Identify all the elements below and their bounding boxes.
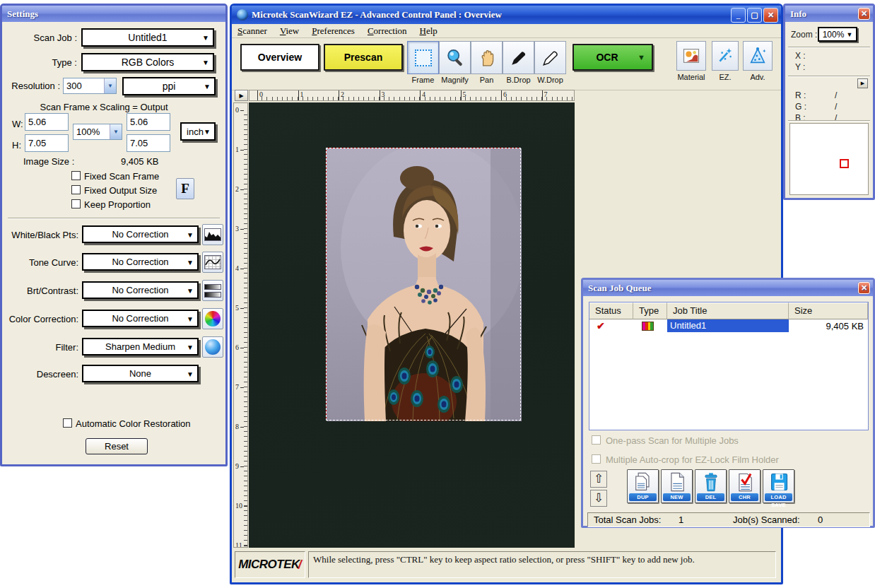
menu-view[interactable]: View — [280, 25, 299, 37]
ruler-number: 6 — [235, 343, 247, 351]
fixed-scan-frame-label: Fixed Scan Frame — [84, 171, 159, 182]
menu-correction[interactable]: Correction — [368, 25, 407, 37]
ruler-number: 2 — [235, 185, 247, 193]
resolution-combo[interactable]: 300 ▼ — [63, 78, 117, 94]
scaling-combo-arrow-icon[interactable]: ▼ — [110, 124, 122, 139]
multi-autocrop-checkbox[interactable] — [592, 454, 601, 464]
output-width-input[interactable] — [127, 113, 170, 131]
descreen-dropdown[interactable]: None▼ — [82, 365, 199, 382]
ocr-button[interactable]: OCR ▼ — [572, 44, 653, 71]
new-job-button[interactable]: NEW — [661, 469, 693, 503]
brt-contrast-button[interactable] — [202, 280, 223, 301]
maximize-button[interactable]: ▢ — [747, 8, 762, 23]
ruler-number: 11 — [235, 541, 247, 548]
color-correction-dropdown[interactable]: No Correction▼ — [82, 310, 199, 327]
resolution-unit-dropdown[interactable]: ppi▼ — [122, 77, 216, 95]
output-height-input[interactable] — [127, 134, 170, 152]
ocr-label: OCR — [596, 52, 618, 63]
image-size-value: 9,405 KB — [121, 156, 159, 167]
settings-separator — [8, 218, 220, 219]
histogram-button[interactable] — [202, 224, 223, 245]
vruler-ticks — [244, 110, 247, 547]
filter-dropdown[interactable]: Sharpen Medium▼ — [82, 338, 199, 355]
material-button[interactable] — [676, 41, 706, 71]
menu-preferences[interactable]: Preferences — [312, 25, 355, 37]
column-size[interactable]: Size — [789, 302, 868, 319]
pan-tool-button[interactable] — [471, 41, 503, 74]
frame-f-button[interactable]: F — [176, 178, 194, 199]
unit-dropdown[interactable]: inch▼ — [180, 122, 216, 141]
white-dropper-tool-button[interactable] — [534, 41, 566, 74]
scan-preview-area[interactable] — [249, 102, 575, 548]
move-job-down-button[interactable]: ⇩ — [590, 490, 607, 507]
ez-button[interactable] — [712, 41, 739, 71]
info-separator-1 — [788, 47, 870, 48]
white-black-pts-dropdown[interactable]: No Correction▼ — [82, 225, 199, 243]
brt-contrast-dropdown[interactable]: No Correction▼ — [82, 281, 199, 299]
menu-scanner[interactable]: Scanner — [237, 25, 267, 37]
fixed-output-size-checkbox[interactable] — [71, 185, 81, 194]
black-dropper-tool-button[interactable] — [503, 41, 534, 74]
menu-help[interactable]: Help — [420, 25, 438, 37]
reset-button[interactable]: Reset — [86, 438, 148, 454]
ruler-number: 9 — [235, 462, 247, 470]
column-type[interactable]: Type — [633, 302, 667, 319]
ruler-number: 0 — [257, 90, 263, 100]
check-job-button[interactable]: CHR — [729, 469, 761, 503]
load-save-button[interactable]: LOAD SAVE — [763, 469, 794, 503]
scan-width-input[interactable] — [25, 113, 69, 131]
delete-job-button[interactable]: DEL — [695, 469, 727, 503]
pan-tool-label: Pan — [471, 76, 503, 84]
expand-button[interactable]: ▶ — [857, 78, 868, 88]
auto-color-restoration-label: Automatic Color Restoration — [76, 418, 191, 429]
minimize-button[interactable]: _ — [731, 8, 746, 23]
type-value: RGB Colors — [122, 57, 175, 68]
settings-titlebar[interactable]: Settings — [2, 6, 225, 22]
scan-job-dropdown[interactable]: Untitled1▼ — [81, 28, 214, 47]
duplicate-job-button[interactable]: DUP — [627, 469, 659, 503]
info-titlebar[interactable]: Info ✕ — [785, 6, 873, 22]
zoom-dropdown[interactable]: 100% ▼ — [818, 27, 857, 42]
ruler-number: 7 — [235, 383, 247, 391]
adv-button[interactable] — [743, 41, 773, 71]
resolution-combo-arrow-icon[interactable]: ▼ — [104, 78, 116, 93]
keep-proportion-checkbox[interactable] — [71, 199, 81, 208]
scaling-combo[interactable]: 100% ▼ — [73, 124, 122, 140]
one-pass-checkbox[interactable] — [592, 435, 601, 445]
tone-curve-dropdown[interactable]: No Correction▼ — [82, 253, 199, 271]
queue-titlebar[interactable]: Scan Job Queue ✕ — [583, 280, 873, 296]
main-titlebar[interactable]: Microtek ScanWizard EZ - Advanced Contro… — [232, 6, 781, 24]
close-button[interactable]: ✕ — [763, 8, 778, 23]
job-title-cell[interactable]: Untitled1 — [667, 319, 789, 332]
magnify-tool-button[interactable] — [439, 41, 471, 74]
ruler-origin-button[interactable]: ▶ — [235, 90, 248, 101]
prescan-button[interactable]: Prescan — [324, 44, 403, 71]
vertical-ruler: 01234567891011 — [233, 102, 248, 548]
column-job-title[interactable]: Job Title — [667, 302, 789, 319]
pan-hand-icon — [478, 49, 496, 67]
fixed-scan-frame-checkbox[interactable] — [71, 171, 81, 180]
tone-curve-button[interactable] — [202, 252, 223, 273]
column-status[interactable]: Status — [589, 302, 633, 319]
filter-button[interactable] — [202, 336, 223, 358]
total-scan-jobs-label: Total Scan Jobs: — [594, 514, 661, 525]
app-globe-icon — [237, 9, 248, 20]
type-dropdown[interactable]: RGB Colors▼ — [81, 53, 214, 71]
overview-button[interactable]: Overview — [240, 44, 319, 71]
ocr-dropdown-arrow-icon[interactable]: ▼ — [638, 53, 645, 61]
job-row[interactable]: ✔ Untitled1 9,405 KB — [589, 319, 868, 332]
scanned-photo[interactable] — [326, 148, 521, 421]
statusbar-message: While selecting, press "CTRL" key to kee… — [309, 552, 775, 568]
color-correction-button[interactable] — [202, 308, 223, 329]
queue-close-button[interactable]: ✕ — [858, 282, 870, 294]
move-job-up-button[interactable]: ⇧ — [590, 471, 607, 488]
job-table: Status Type Job Title Size ✔ Untitled1 9… — [589, 302, 869, 430]
ruler-number: 3 — [380, 90, 385, 100]
scan-height-input[interactable] — [25, 134, 69, 152]
del-label: DEL — [697, 493, 724, 501]
microtek-logo-box: MICROTEK/ — [235, 551, 305, 578]
auto-color-restoration-checkbox[interactable] — [63, 418, 72, 428]
frame-tool-button[interactable] — [407, 41, 439, 74]
info-close-button[interactable]: ✕ — [858, 8, 870, 20]
x-label: X : — [795, 51, 806, 61]
